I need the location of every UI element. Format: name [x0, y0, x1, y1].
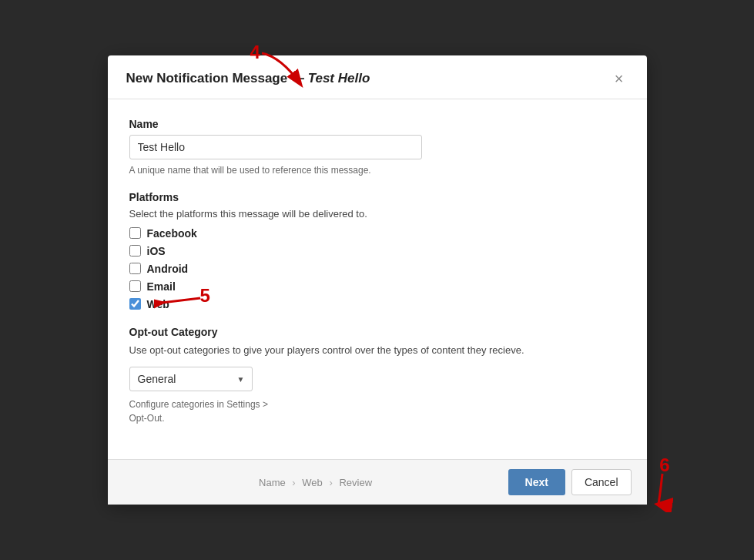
cancel-button[interactable]: Cancel: [571, 469, 632, 495]
platform-ios-label[interactable]: iOS: [147, 245, 166, 257]
optout-label: Opt-out Category: [129, 326, 625, 338]
platform-email-checkbox[interactable]: [129, 280, 141, 292]
platform-email: Email: [129, 280, 625, 293]
optout-config-hint: Configure categories in Settings >Opt-Ou…: [129, 397, 625, 425]
name-section: Name A unique name that will be used to …: [129, 118, 625, 176]
modal-container: New Notification Message — Test Hello × …: [108, 55, 647, 505]
modal-header: New Notification Message — Test Hello ×: [108, 55, 647, 99]
optout-description: Use opt-out categories to give your play…: [129, 343, 625, 358]
platforms-label: Platforms: [129, 191, 625, 203]
breadcrumb-sep-1: ›: [292, 477, 295, 488]
close-button[interactable]: ×: [610, 69, 628, 88]
modal-footer: Name › Web › Review Next Cancel: [108, 459, 647, 505]
platforms-description: Select the platforms this message will b…: [129, 208, 625, 220]
name-label: Name: [129, 118, 625, 130]
next-button[interactable]: Next: [508, 469, 565, 495]
modal-wrapper: New Notification Message — Test Hello × …: [108, 55, 647, 505]
modal-overlay: New Notification Message — Test Hello × …: [0, 0, 754, 560]
modal-title-static: New Notification Message —: [126, 71, 308, 86]
platform-facebook-label[interactable]: Facebook: [147, 227, 197, 240]
annotation-6-number: 6: [659, 454, 669, 476]
modal-title-italic: Test Hello: [308, 71, 370, 86]
platform-web-label[interactable]: Web: [147, 298, 169, 310]
breadcrumb-web: Web: [302, 477, 323, 488]
modal-title: New Notification Message — Test Hello: [126, 71, 370, 86]
name-input[interactable]: [129, 135, 422, 159]
platform-android-checkbox[interactable]: [129, 263, 141, 274]
breadcrumb-name: Name: [259, 477, 286, 488]
platform-web: Web: [129, 298, 625, 310]
platform-web-checkbox[interactable]: [129, 298, 141, 310]
optout-select-wrapper: General: [129, 367, 253, 391]
name-hint: A unique name that will be used to refer…: [129, 165, 625, 176]
optout-select[interactable]: General: [129, 367, 253, 391]
modal-body: Name A unique name that will be used to …: [108, 99, 647, 460]
breadcrumb: Name › Web › Review: [123, 477, 508, 488]
platform-android-label[interactable]: Android: [147, 263, 189, 275]
breadcrumb-sep-2: ›: [329, 477, 332, 488]
platforms-section: Platforms Select the platforms this mess…: [129, 191, 625, 310]
platform-facebook: Facebook: [129, 227, 625, 240]
platform-ios: iOS: [129, 245, 625, 257]
platform-facebook-checkbox[interactable]: [129, 227, 141, 239]
footer-buttons: Next Cancel: [508, 469, 632, 495]
optout-section: Opt-out Category Use opt-out categories …: [129, 326, 625, 426]
platform-android: Android: [129, 263, 625, 275]
breadcrumb-review: Review: [339, 477, 372, 488]
platform-email-label[interactable]: Email: [147, 280, 176, 293]
platform-ios-checkbox[interactable]: [129, 245, 141, 257]
